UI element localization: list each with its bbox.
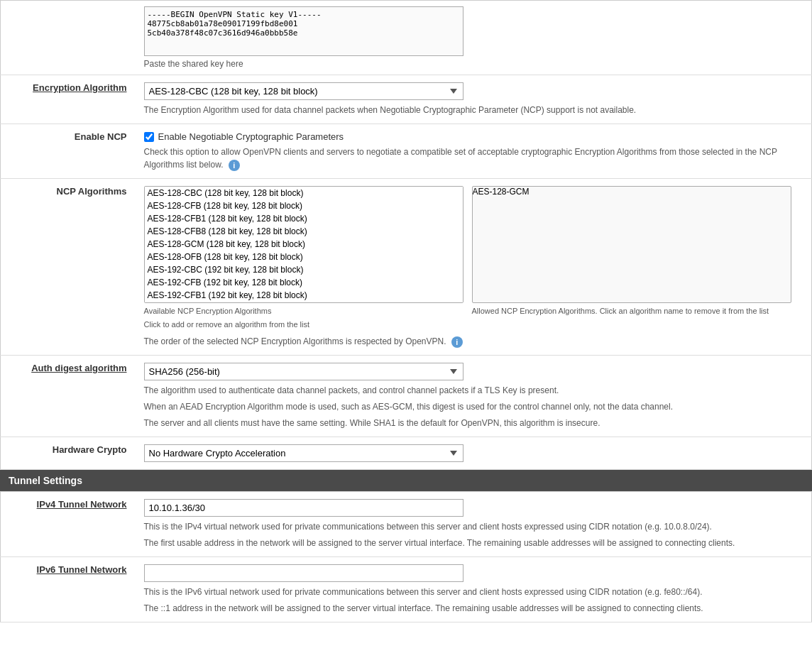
enable-ncp-description: Check this option to allow OpenVPN clien… <box>144 146 797 171</box>
encryption-algorithm-content: AES-128-CBC (128 bit key, 128 bit block)… <box>136 75 812 124</box>
auth-digest-label: Auth digest algorithm <box>1 355 136 437</box>
ncp-available-hint2: Click to add or remove an algorithm from… <box>144 319 463 330</box>
page-wrapper: -----BEGIN OpenVPN Static key V1----- 48… <box>0 0 812 622</box>
ipv4-tunnel-desc1: This is the IPv4 virtual network used fo… <box>144 520 797 533</box>
auth-digest-desc3: The server and all clients must have the… <box>144 417 797 429</box>
hardware-crypto-row: Hardware Crypto No Hardware Crypto Accel… <box>1 437 812 469</box>
ipv6-tunnel-input[interactable] <box>144 564 463 582</box>
ncp-option: AES-192-CBC (192 bit key, 128 bit block) <box>145 263 463 276</box>
paste-hint: Paste the shared key here <box>144 59 803 69</box>
shared-key-content: -----BEGIN OpenVPN Static key V1----- 48… <box>136 1 812 75</box>
ncp-algorithms-label: NCP Algorithms <box>1 179 136 356</box>
enable-ncp-label: Enable NCP <box>1 124 136 179</box>
ncp-selected-group: AES-128-GCM Allowed NCP Encryption Algor… <box>472 186 791 317</box>
auth-digest-desc1: The algorithm used to authenticate data … <box>144 384 797 397</box>
tunnel-settings-header: Tunnel Settings <box>0 470 812 491</box>
ncp-selected-hint: Allowed NCP Encryption Algorithms. Click… <box>472 306 791 317</box>
ncp-option: AES-128-CFB1 (128 bit key, 128 bit block… <box>145 212 463 225</box>
hardware-crypto-select[interactable]: No Hardware Crypto AccelerationBSD Crypt… <box>144 444 463 462</box>
ncp-order-text: The order of the selected NCP Encryption… <box>144 336 446 346</box>
enable-ncp-checkbox[interactable] <box>144 132 154 142</box>
ncp-option: AES-192-CFB1 (192 bit key, 128 bit block… <box>145 289 463 302</box>
enable-ncp-checkbox-text: Enable Negotiable Cryptographic Paramete… <box>158 131 344 142</box>
ncp-available-listbox[interactable]: AES-128-CBC (128 bit key, 128 bit block)… <box>144 186 463 303</box>
ncp-available-group: AES-128-CBC (128 bit key, 128 bit block)… <box>144 186 463 331</box>
enable-ncp-info-icon[interactable]: i <box>229 160 240 171</box>
ncp-option: AES-128-OFB (128 bit key, 128 bit block) <box>145 251 463 263</box>
ncp-option: AES-128-GCM (128 bit key, 128 bit block) <box>145 238 463 251</box>
auth-digest-desc2: When an AEAD Encryption Algorithm mode i… <box>144 400 797 413</box>
shared-key-row: -----BEGIN OpenVPN Static key V1----- 48… <box>1 1 812 75</box>
ipv4-tunnel-content: This is the IPv4 virtual network used fo… <box>136 491 812 556</box>
auth-digest-content: SHA256 (256-bit)SHA1 (160-bit)SHA512 (51… <box>136 355 812 437</box>
auth-digest-select[interactable]: SHA256 (256-bit)SHA1 (160-bit)SHA512 (51… <box>144 363 463 380</box>
ncp-option: AES-128-CFB (128 bit key, 128 bit block) <box>145 199 463 212</box>
auth-digest-row: Auth digest algorithm SHA256 (256-bit)SH… <box>1 355 812 437</box>
ipv4-tunnel-desc2: The first usable address in the network … <box>144 537 797 549</box>
ncp-algorithms-row: NCP Algorithms AES-128-CBC (128 bit key,… <box>1 179 812 356</box>
ncp-order-info-icon[interactable]: i <box>451 336 463 348</box>
enable-ncp-checkbox-label[interactable]: Enable Negotiable Cryptographic Paramete… <box>144 131 803 142</box>
enable-ncp-content: Enable Negotiable Cryptographic Paramete… <box>136 124 812 179</box>
ipv6-tunnel-label: IPv6 Tunnel Network <box>1 556 136 622</box>
shared-key-label-cell <box>1 1 136 75</box>
ncp-algorithms-content: AES-128-CBC (128 bit key, 128 bit block)… <box>136 179 812 356</box>
ipv6-tunnel-content: This is the IPv6 virtual network used fo… <box>136 556 812 622</box>
form-table-top: -----BEGIN OpenVPN Static key V1----- 48… <box>0 0 812 470</box>
ncp-option: AES-192-CFB8 (192 bit key, 128 bit block… <box>145 302 463 303</box>
encryption-algorithm-select[interactable]: AES-128-CBC (128 bit key, 128 bit block)… <box>144 82 463 100</box>
encryption-algorithm-label: Encryption Algorithm <box>1 75 136 124</box>
encryption-algorithm-row: Encryption Algorithm AES-128-CBC (128 bi… <box>1 75 812 124</box>
ipv4-tunnel-row: IPv4 Tunnel Network This is the IPv4 vir… <box>1 491 812 556</box>
form-table-tunnel: IPv4 Tunnel Network This is the IPv4 vir… <box>0 491 812 622</box>
ipv6-tunnel-desc1: This is the IPv6 virtual network used fo… <box>144 586 797 598</box>
ncp-order-note: The order of the selected NCP Encryption… <box>144 336 797 348</box>
ncp-lists-container: AES-128-CBC (128 bit key, 128 bit block)… <box>144 186 803 331</box>
encryption-algorithm-description: The Encryption Algorithm used for data c… <box>144 104 797 116</box>
ipv4-tunnel-input[interactable] <box>144 499 463 517</box>
ncp-available-hint1: Available NCP Encryption Algorithms <box>144 306 463 317</box>
ncp-selected-listbox[interactable]: AES-128-GCM <box>472 186 791 303</box>
ipv4-tunnel-label: IPv4 Tunnel Network <box>1 491 136 556</box>
hardware-crypto-label: Hardware Crypto <box>1 437 136 469</box>
ipv6-tunnel-row: IPv6 Tunnel Network This is the IPv6 vir… <box>1 556 812 622</box>
ipv6-tunnel-desc2: The ::1 address in the network will be a… <box>144 602 797 615</box>
enable-ncp-row: Enable NCP Enable Negotiable Cryptograph… <box>1 124 812 179</box>
ncp-option: AES-192-CFB (192 bit key, 128 bit block) <box>145 276 463 289</box>
ncp-option: AES-128-CFB8 (128 bit key, 128 bit block… <box>145 225 463 238</box>
ncp-option: AES-128-CBC (128 bit key, 128 bit block) <box>145 187 463 199</box>
shared-key-textarea[interactable]: -----BEGIN OpenVPN Static key V1----- 48… <box>144 6 463 56</box>
ncp-selected-option: AES-128-GCM <box>473 187 791 197</box>
hardware-crypto-content: No Hardware Crypto AccelerationBSD Crypt… <box>136 437 812 469</box>
